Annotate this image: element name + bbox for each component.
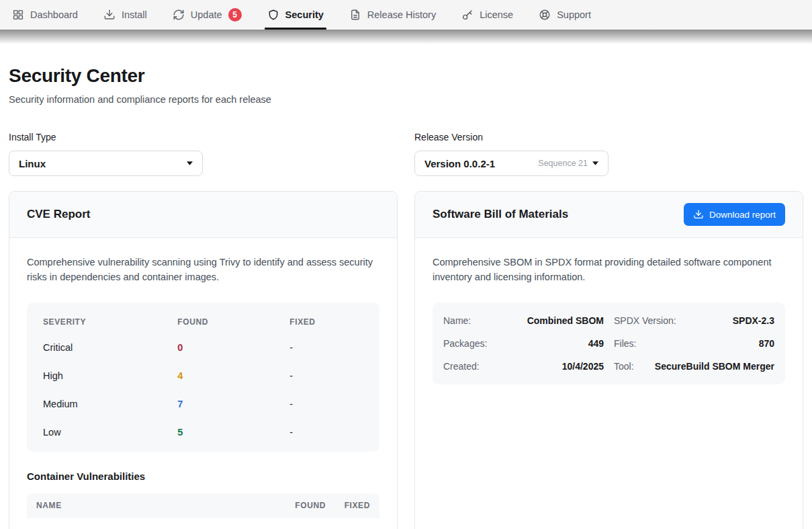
- sbom-info-value: Combined SBOM: [527, 315, 604, 326]
- download-report-label: Download report: [709, 210, 776, 220]
- tab-dashboard[interactable]: Dashboard: [12, 0, 78, 30]
- cve-report-description: Comprehensive vulnerability scanning usi…: [27, 255, 379, 285]
- install-icon: [103, 9, 116, 21]
- sbom-info-item: Created: 10/4/2025: [443, 355, 604, 378]
- sbom-description: Comprehensive SBOM in SPDX format provid…: [433, 255, 785, 285]
- install-type-label: Install Type: [9, 132, 398, 143]
- install-type-value: Linux: [19, 158, 46, 169]
- tab-label: Update: [191, 9, 222, 20]
- download-icon: [693, 209, 704, 220]
- chevron-down-icon: [592, 161, 598, 165]
- cve-report-header: CVE Report: [9, 192, 397, 238]
- sbom-info-label: Name:: [443, 315, 471, 326]
- tab-label: License: [480, 9, 513, 20]
- release-version-label: Release Version: [414, 132, 803, 143]
- fixed-count: -: [289, 370, 363, 381]
- cards-row: CVE Report Comprehensive vulnerability s…: [9, 191, 803, 529]
- sbom-info-label: Packages:: [443, 338, 487, 349]
- table-row: High 4 -: [27, 362, 379, 390]
- sbom-info-grid: Name: Combined SBOM SPDX Version: SPDX-2…: [433, 302, 785, 384]
- update-icon: [173, 9, 185, 21]
- sbom-info-item: Name: Combined SBOM: [443, 309, 604, 332]
- support-icon: [539, 9, 551, 21]
- tab-label: Release History: [367, 9, 436, 20]
- install-type-filter: Install Type Linux: [9, 132, 398, 176]
- cve-report-title: CVE Report: [27, 208, 90, 221]
- header-shadow-strip: [0, 30, 812, 44]
- release-version-select[interactable]: Version 0.0.2-1 Sequence 21: [414, 151, 608, 176]
- page-title: Security Center: [9, 65, 803, 87]
- severity-name: Low: [43, 427, 177, 438]
- sbom-info-item: Tool: SecureBuild SBOM Merger: [614, 355, 774, 378]
- tab-label: Security: [285, 9, 324, 20]
- tab-label: Install: [122, 9, 147, 20]
- tab-release-history[interactable]: Release History: [349, 0, 436, 30]
- tab-label: Support: [557, 9, 591, 20]
- fixed-col-header: FIXED: [289, 317, 363, 327]
- found-count: 7: [177, 399, 289, 409]
- sbom-info-value: SPDX-2.3: [733, 315, 774, 326]
- table-row: Critical 0 -: [27, 333, 379, 362]
- found-col-header: FOUND: [272, 501, 326, 510]
- sbom-info-item: Packages: 449: [443, 332, 604, 355]
- severity-name: High: [43, 370, 177, 381]
- download-report-button[interactable]: Download report: [684, 203, 785, 226]
- sequence-meta: Sequence 21: [538, 159, 588, 168]
- sbom-info-label: SPDX Version:: [614, 315, 676, 326]
- fixed-count: -: [289, 399, 363, 409]
- sbom-info-item: Files: 870: [614, 332, 774, 355]
- severity-col-header: SEVERITY: [43, 317, 177, 327]
- fixed-col-header: FIXED: [326, 501, 370, 510]
- found-col-header: FOUND: [177, 317, 289, 327]
- severity-table: SEVERITY FOUND FIXED Critical 0 - High 4…: [27, 302, 379, 452]
- sbom-info-label: Files:: [614, 338, 636, 349]
- sbom-title: Software Bill of Materials: [433, 208, 568, 221]
- sbom-info-value: 449: [588, 338, 604, 349]
- page-subtitle: Security information and compliance repo…: [9, 94, 803, 105]
- dashboard-icon: [12, 9, 24, 21]
- tab-install[interactable]: Install: [103, 0, 147, 30]
- security-icon: [267, 9, 279, 21]
- update-count-badge: 5: [228, 8, 242, 22]
- sbom-info-label: Created:: [443, 361, 480, 372]
- fixed-count: -: [289, 427, 363, 438]
- tab-license[interactable]: License: [461, 0, 513, 30]
- sbom-info-item: SPDX Version: SPDX-2.3: [614, 309, 774, 332]
- tab-support[interactable]: Support: [539, 0, 591, 30]
- severity-table-header: SEVERITY FOUND FIXED: [27, 307, 379, 333]
- install-type-select[interactable]: Linux: [9, 151, 203, 176]
- release-history-icon: [349, 9, 361, 21]
- sbom-info-value: 10/4/2025: [562, 361, 604, 372]
- tab-security[interactable]: Security: [267, 0, 324, 30]
- release-version-value: Version 0.0.2-1: [424, 158, 495, 169]
- filters-row: Install Type Linux Release Version Versi…: [9, 132, 803, 176]
- sbom-info-value: 870: [759, 338, 774, 349]
- sbom-card: Software Bill of Materials Download repo…: [414, 191, 803, 529]
- name-col-header: NAME: [36, 501, 272, 510]
- release-version-filter: Release Version Version 0.0.2-1 Sequence…: [414, 132, 803, 176]
- tab-update[interactable]: Update 5: [173, 0, 242, 30]
- sbom-header: Software Bill of Materials Download repo…: [415, 192, 803, 238]
- found-count: 5: [177, 427, 289, 438]
- cve-report-card: CVE Report Comprehensive vulnerability s…: [9, 191, 398, 529]
- table-row: Medium 7 -: [27, 390, 379, 418]
- container-vulnerabilities-title: Container Vulnerabilities: [27, 471, 379, 482]
- top-navigation: Dashboard Install Update 5 Security Rele…: [0, 0, 812, 30]
- severity-name: Critical: [43, 342, 177, 353]
- sbom-info-label: Tool:: [614, 361, 634, 372]
- cve-report-body: Comprehensive vulnerability scanning usi…: [9, 238, 397, 529]
- found-count: 4: [177, 370, 289, 381]
- sbom-body: Comprehensive SBOM in SPDX format provid…: [415, 238, 803, 402]
- table-row: Low 5 -: [27, 418, 379, 446]
- chevron-down-icon: [187, 161, 193, 165]
- license-icon: [461, 9, 473, 21]
- fixed-count: -: [289, 342, 363, 353]
- container-vulnerabilities-table-header: NAME FOUND FIXED: [27, 493, 379, 518]
- severity-name: Medium: [43, 399, 177, 409]
- main-content: Security Center Security information and…: [0, 44, 812, 529]
- tab-label: Dashboard: [30, 9, 78, 20]
- sbom-info-value: SecureBuild SBOM Merger: [655, 361, 774, 372]
- found-count: 0: [177, 342, 289, 353]
